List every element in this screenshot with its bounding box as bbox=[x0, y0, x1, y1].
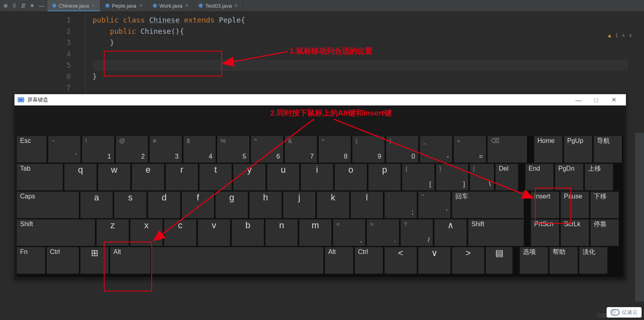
chevron-down-icon[interactable]: ∨ bbox=[629, 30, 632, 41]
key-7[interactable]: &7 bbox=[285, 136, 317, 163]
key-z[interactable]: z bbox=[97, 219, 129, 246]
key-e[interactable]: e bbox=[132, 164, 164, 190]
key-[interactable]: 淡化 bbox=[579, 247, 607, 274]
tab-peple-java[interactable]: Peple.java✕ bbox=[101, 0, 148, 11]
toolbar-icon-2[interactable]: ⇵ bbox=[21, 2, 26, 9]
key-scrlk[interactable]: ScrLk bbox=[561, 219, 589, 246]
osk-titlebar[interactable]: 屏幕键盘 — □ ✕ bbox=[14, 94, 626, 105]
tab-test03-java[interactable]: Test03.java✕ bbox=[194, 0, 243, 11]
key-[interactable]: 上移 bbox=[585, 164, 613, 190]
key-l[interactable]: l bbox=[351, 192, 383, 218]
key-c[interactable]: c bbox=[164, 219, 196, 246]
key-del[interactable]: Del bbox=[496, 164, 518, 190]
key-1[interactable]: !1 bbox=[82, 136, 114, 163]
key-home[interactable]: Home bbox=[534, 136, 562, 163]
key-[interactable]: > bbox=[452, 247, 484, 274]
toolbar-icon-0[interactable]: ⊕ bbox=[3, 2, 8, 9]
key-shift[interactable]: Shift bbox=[17, 219, 95, 246]
close-icon[interactable]: ✕ bbox=[234, 3, 238, 8]
window-maximize-button[interactable]: □ bbox=[587, 97, 605, 103]
key-3[interactable]: #3 bbox=[150, 136, 182, 163]
key-pause[interactable]: Pause bbox=[561, 192, 589, 218]
key-[interactable]: ∧ bbox=[434, 219, 467, 246]
close-icon[interactable]: ✕ bbox=[91, 3, 95, 8]
key-[interactable]: 帮助 bbox=[549, 247, 578, 274]
key-s[interactable]: s bbox=[114, 192, 146, 218]
key-d[interactable]: d bbox=[148, 192, 180, 218]
key-q[interactable]: q bbox=[64, 164, 97, 190]
code-editor[interactable]: 1234567 public class Chinese extends Pep… bbox=[0, 11, 644, 96]
key-esc[interactable]: Esc bbox=[17, 136, 47, 163]
key-[interactable] bbox=[152, 247, 323, 274]
key-0[interactable]: )0 bbox=[386, 136, 418, 163]
key-[interactable]: {[ bbox=[402, 164, 434, 190]
toolbar-icon-1[interactable]: ⇳ bbox=[12, 2, 17, 9]
key-[interactable]: "' bbox=[418, 192, 451, 218]
close-icon[interactable]: ✕ bbox=[139, 3, 143, 8]
key-2[interactable]: @2 bbox=[116, 136, 148, 163]
key-[interactable]: :; bbox=[385, 192, 417, 218]
key-alt[interactable]: Alt bbox=[325, 247, 353, 274]
key-[interactable]: ⌫ bbox=[488, 136, 527, 163]
key-[interactable]: |\ bbox=[470, 164, 494, 190]
key-x[interactable]: x bbox=[130, 219, 163, 246]
tab-chinese-java[interactable]: Chinese.java✕ bbox=[47, 0, 101, 11]
key-fn[interactable]: Fn bbox=[17, 247, 45, 274]
key-ctrl[interactable]: Ctrl bbox=[355, 247, 383, 274]
key-tab[interactable]: Tab bbox=[17, 164, 63, 190]
key-p[interactable]: p bbox=[368, 164, 401, 190]
key-h[interactable]: h bbox=[249, 192, 282, 218]
key-[interactable]: >. bbox=[367, 219, 399, 246]
key-j[interactable]: j bbox=[283, 192, 315, 218]
toolbar-icon-3[interactable]: ✶ bbox=[30, 2, 35, 9]
key-6[interactable]: ^6 bbox=[251, 136, 283, 163]
key-v[interactable]: v bbox=[198, 219, 230, 246]
key-o[interactable]: o bbox=[335, 164, 367, 190]
key-[interactable]: ?/ bbox=[401, 219, 433, 246]
key-caps[interactable]: Caps bbox=[17, 192, 79, 218]
key-shift[interactable]: Shift bbox=[468, 219, 524, 246]
key-[interactable]: ⊞ bbox=[80, 247, 109, 274]
key-a[interactable]: a bbox=[80, 192, 113, 218]
key-insert[interactable]: Insert bbox=[531, 192, 559, 218]
key-g[interactable]: g bbox=[216, 192, 248, 218]
code-line[interactable]: public Chinese(){ bbox=[93, 26, 628, 37]
key-m[interactable]: m bbox=[299, 219, 331, 246]
key-4[interactable]: $4 bbox=[183, 136, 216, 163]
key-[interactable]: ▤ bbox=[486, 247, 512, 274]
key-f[interactable]: f bbox=[182, 192, 214, 218]
key-prtscn[interactable]: PrtScn bbox=[531, 219, 559, 246]
key-t[interactable]: t bbox=[200, 164, 232, 190]
key-[interactable]: 导航 bbox=[594, 136, 622, 163]
code-line[interactable] bbox=[93, 60, 628, 71]
code-line[interactable]: } bbox=[93, 71, 628, 82]
key-[interactable]: <, bbox=[333, 219, 365, 246]
key-r[interactable]: r bbox=[166, 164, 198, 190]
window-close-button[interactable]: ✕ bbox=[605, 96, 623, 103]
key-pgup[interactable]: PgUp bbox=[564, 136, 592, 163]
close-icon[interactable]: ✕ bbox=[185, 3, 189, 8]
code-line[interactable] bbox=[93, 48, 628, 60]
key-pgdn[interactable]: PgDn bbox=[555, 164, 583, 190]
key-[interactable]: _- bbox=[420, 136, 452, 163]
key-[interactable]: ~` bbox=[48, 136, 80, 163]
key-[interactable]: ∨ bbox=[418, 247, 451, 274]
key-[interactable]: 停靠 bbox=[591, 219, 619, 246]
key-n[interactable]: n bbox=[265, 219, 298, 246]
key-ctrl[interactable]: Ctrl bbox=[47, 247, 79, 274]
key-[interactable]: 下移 bbox=[591, 192, 619, 218]
key-k[interactable]: k bbox=[317, 192, 349, 218]
toolbar-icon-4[interactable]: — bbox=[39, 2, 44, 9]
key-alt[interactable]: Alt bbox=[110, 247, 150, 274]
key-[interactable]: 回车 bbox=[452, 192, 524, 218]
code-line[interactable] bbox=[93, 82, 628, 93]
key-end[interactable]: End bbox=[525, 164, 553, 190]
code-area[interactable]: public class Chinese extends Peple{ publ… bbox=[93, 14, 628, 93]
key-y[interactable]: y bbox=[233, 164, 265, 190]
key-5[interactable]: %5 bbox=[217, 136, 249, 163]
key-[interactable]: 选项 bbox=[520, 247, 548, 274]
key-[interactable]: }] bbox=[436, 164, 468, 190]
key-w[interactable]: w bbox=[98, 164, 130, 190]
code-line[interactable]: public class Chinese extends Peple{ bbox=[93, 14, 628, 26]
key-9[interactable]: (9 bbox=[352, 136, 385, 163]
